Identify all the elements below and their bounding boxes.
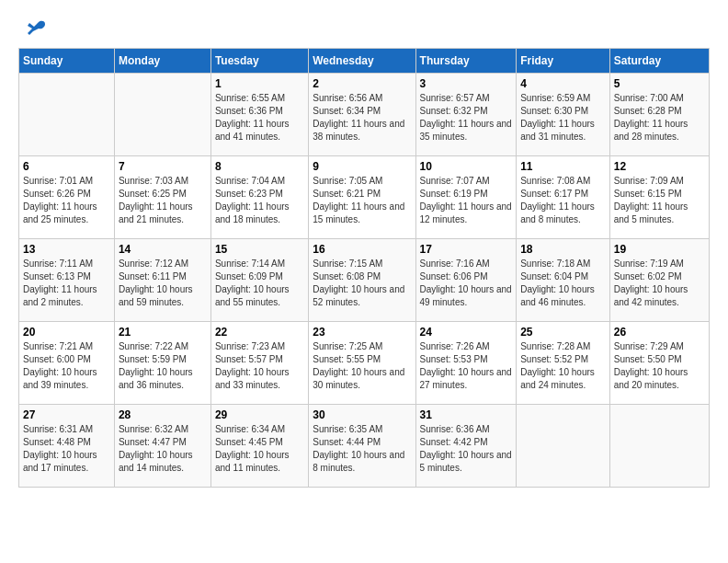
day-info: Sunrise: 6:34 AMSunset: 4:45 PMDaylight:…	[215, 423, 304, 475]
day-info: Sunrise: 7:07 AMSunset: 6:19 PMDaylight:…	[420, 175, 513, 226]
day-number: 25	[520, 326, 606, 339]
day-info: Sunrise: 7:09 AMSunset: 6:15 PMDaylight:…	[614, 175, 705, 226]
col-header-thursday: Thursday	[415, 49, 517, 74]
calendar-day-cell: 22Sunrise: 7:23 AMSunset: 5:57 PMDayligh…	[210, 322, 308, 405]
day-number: 20	[23, 326, 110, 339]
day-info: Sunrise: 7:05 AMSunset: 6:21 PMDaylight:…	[313, 175, 411, 226]
day-info: Sunrise: 6:35 AMSunset: 4:44 PMDaylight:…	[313, 423, 411, 475]
page-header	[18, 18, 710, 39]
calendar-day-cell: 17Sunrise: 7:16 AMSunset: 6:06 PMDayligh…	[415, 239, 517, 322]
day-info: Sunrise: 7:25 AMSunset: 5:55 PMDaylight:…	[313, 340, 411, 392]
col-header-monday: Monday	[114, 49, 210, 74]
calendar-day-cell: 3Sunrise: 6:57 AMSunset: 6:32 PMDaylight…	[415, 74, 517, 156]
day-number: 31	[420, 408, 513, 421]
calendar-day-cell: 6Sunrise: 7:01 AMSunset: 6:26 PMDaylight…	[19, 156, 115, 239]
day-number: 7	[119, 160, 207, 173]
calendar-day-cell: 9Sunrise: 7:05 AMSunset: 6:21 PMDaylight…	[309, 156, 415, 239]
calendar-day-cell	[517, 405, 610, 488]
calendar-day-cell: 2Sunrise: 6:56 AMSunset: 6:34 PMDaylight…	[309, 74, 415, 156]
calendar-week-row: 13Sunrise: 7:11 AMSunset: 6:13 PMDayligh…	[19, 239, 710, 322]
calendar-day-cell: 27Sunrise: 6:31 AMSunset: 4:48 PMDayligh…	[19, 405, 115, 488]
logo-bird-icon	[20, 18, 46, 39]
day-number: 6	[23, 160, 110, 173]
calendar-day-cell: 24Sunrise: 7:26 AMSunset: 5:53 PMDayligh…	[415, 322, 517, 405]
day-info: Sunrise: 6:56 AMSunset: 6:34 PMDaylight:…	[313, 92, 411, 144]
day-number: 10	[420, 160, 513, 173]
day-number: 26	[614, 326, 705, 339]
calendar-week-row: 20Sunrise: 7:21 AMSunset: 6:00 PMDayligh…	[19, 322, 710, 405]
col-header-sunday: Sunday	[19, 49, 115, 74]
day-info: Sunrise: 7:00 AMSunset: 6:28 PMDaylight:…	[614, 92, 705, 144]
calendar-week-row: 27Sunrise: 6:31 AMSunset: 4:48 PMDayligh…	[19, 405, 710, 488]
day-number: 2	[313, 77, 411, 90]
calendar-week-row: 1Sunrise: 6:55 AMSunset: 6:36 PMDaylight…	[19, 74, 710, 156]
day-info: Sunrise: 7:15 AMSunset: 6:08 PMDaylight:…	[313, 258, 411, 309]
day-number: 15	[215, 243, 304, 256]
calendar-day-cell	[609, 405, 709, 488]
day-number: 23	[313, 326, 411, 339]
calendar-day-cell: 12Sunrise: 7:09 AMSunset: 6:15 PMDayligh…	[609, 156, 709, 239]
calendar-day-cell	[19, 74, 115, 156]
calendar-day-cell	[114, 74, 210, 156]
calendar-day-cell: 5Sunrise: 7:00 AMSunset: 6:28 PMDaylight…	[609, 74, 709, 156]
calendar-day-cell: 29Sunrise: 6:34 AMSunset: 4:45 PMDayligh…	[210, 405, 308, 488]
calendar-day-cell: 31Sunrise: 6:36 AMSunset: 4:42 PMDayligh…	[415, 405, 517, 488]
day-number: 3	[420, 77, 513, 90]
calendar-header-row: SundayMondayTuesdayWednesdayThursdayFrid…	[19, 49, 710, 74]
calendar-day-cell: 14Sunrise: 7:12 AMSunset: 6:11 PMDayligh…	[114, 239, 210, 322]
calendar-day-cell: 16Sunrise: 7:15 AMSunset: 6:08 PMDayligh…	[309, 239, 415, 322]
day-number: 14	[119, 243, 207, 256]
day-info: Sunrise: 6:55 AMSunset: 6:36 PMDaylight:…	[215, 92, 304, 144]
col-header-saturday: Saturday	[609, 49, 709, 74]
day-number: 30	[313, 408, 411, 421]
day-info: Sunrise: 7:19 AMSunset: 6:02 PMDaylight:…	[614, 258, 705, 309]
day-info: Sunrise: 7:11 AMSunset: 6:13 PMDaylight:…	[23, 258, 110, 309]
day-number: 9	[313, 160, 411, 173]
calendar-day-cell: 23Sunrise: 7:25 AMSunset: 5:55 PMDayligh…	[309, 322, 415, 405]
day-info: Sunrise: 7:12 AMSunset: 6:11 PMDaylight:…	[119, 258, 207, 309]
calendar-day-cell: 4Sunrise: 6:59 AMSunset: 6:30 PMDaylight…	[517, 74, 610, 156]
day-number: 28	[119, 408, 207, 421]
calendar-day-cell: 7Sunrise: 7:03 AMSunset: 6:25 PMDaylight…	[114, 156, 210, 239]
day-number: 24	[420, 326, 513, 339]
day-number: 17	[420, 243, 513, 256]
day-info: Sunrise: 7:04 AMSunset: 6:23 PMDaylight:…	[215, 175, 304, 226]
day-info: Sunrise: 7:01 AMSunset: 6:26 PMDaylight:…	[23, 175, 110, 226]
day-number: 1	[215, 77, 304, 90]
calendar-day-cell: 21Sunrise: 7:22 AMSunset: 5:59 PMDayligh…	[114, 322, 210, 405]
day-info: Sunrise: 7:23 AMSunset: 5:57 PMDaylight:…	[215, 340, 304, 392]
calendar-day-cell: 28Sunrise: 6:32 AMSunset: 4:47 PMDayligh…	[114, 405, 210, 488]
day-info: Sunrise: 7:29 AMSunset: 5:50 PMDaylight:…	[614, 340, 705, 392]
calendar-day-cell: 11Sunrise: 7:08 AMSunset: 6:17 PMDayligh…	[517, 156, 610, 239]
calendar-day-cell: 15Sunrise: 7:14 AMSunset: 6:09 PMDayligh…	[210, 239, 308, 322]
calendar-day-cell: 1Sunrise: 6:55 AMSunset: 6:36 PMDaylight…	[210, 74, 308, 156]
day-number: 29	[215, 408, 304, 421]
day-number: 13	[23, 243, 110, 256]
calendar-day-cell: 30Sunrise: 6:35 AMSunset: 4:44 PMDayligh…	[309, 405, 415, 488]
day-number: 18	[520, 243, 606, 256]
day-info: Sunrise: 7:14 AMSunset: 6:09 PMDaylight:…	[215, 258, 304, 309]
col-header-friday: Friday	[517, 49, 610, 74]
day-info: Sunrise: 7:18 AMSunset: 6:04 PMDaylight:…	[520, 258, 606, 309]
day-info: Sunrise: 7:28 AMSunset: 5:52 PMDaylight:…	[520, 340, 606, 392]
day-info: Sunrise: 7:26 AMSunset: 5:53 PMDaylight:…	[420, 340, 513, 392]
day-number: 27	[23, 408, 110, 421]
day-number: 8	[215, 160, 304, 173]
day-info: Sunrise: 6:36 AMSunset: 4:42 PMDaylight:…	[420, 423, 513, 475]
day-number: 4	[520, 77, 606, 90]
day-number: 22	[215, 326, 304, 339]
calendar-day-cell: 8Sunrise: 7:04 AMSunset: 6:23 PMDaylight…	[210, 156, 308, 239]
calendar-table: SundayMondayTuesdayWednesdayThursdayFrid…	[18, 48, 710, 488]
day-info: Sunrise: 6:57 AMSunset: 6:32 PMDaylight:…	[420, 92, 513, 144]
day-info: Sunrise: 7:03 AMSunset: 6:25 PMDaylight:…	[119, 175, 207, 226]
day-info: Sunrise: 6:59 AMSunset: 6:30 PMDaylight:…	[520, 92, 606, 144]
col-header-tuesday: Tuesday	[210, 49, 308, 74]
calendar-day-cell: 18Sunrise: 7:18 AMSunset: 6:04 PMDayligh…	[517, 239, 610, 322]
calendar-day-cell: 19Sunrise: 7:19 AMSunset: 6:02 PMDayligh…	[609, 239, 709, 322]
day-number: 21	[119, 326, 207, 339]
col-header-wednesday: Wednesday	[309, 49, 415, 74]
day-info: Sunrise: 7:16 AMSunset: 6:06 PMDaylight:…	[420, 258, 513, 309]
calendar-day-cell: 26Sunrise: 7:29 AMSunset: 5:50 PMDayligh…	[609, 322, 709, 405]
calendar-day-cell: 20Sunrise: 7:21 AMSunset: 6:00 PMDayligh…	[19, 322, 115, 405]
logo	[18, 18, 46, 39]
